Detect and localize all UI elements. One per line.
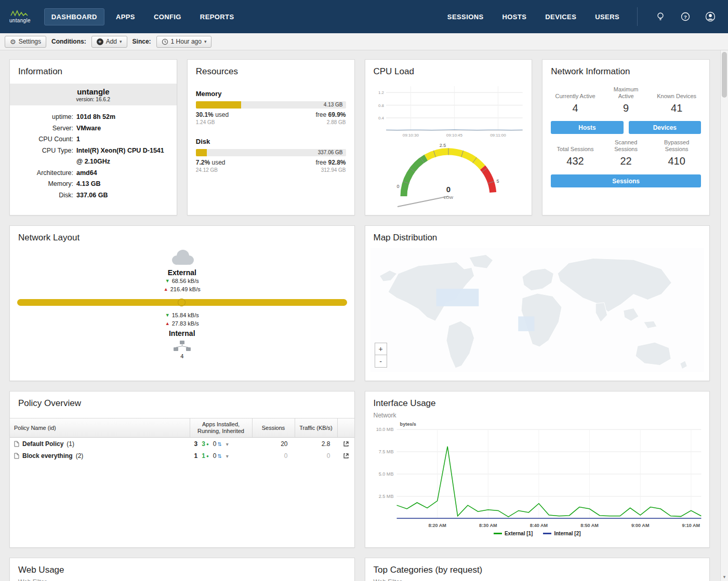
memory-total: 4.13 GB [324, 102, 343, 107]
web-usage-card: Web Usage Web Filter [9, 558, 355, 581]
policy-name-link[interactable]: Default Policy [22, 440, 63, 448]
information-title: Information [10, 60, 177, 80]
policy-row[interactable]: Default Policy (1) 3 3● 0⇅ ▾ 20 2.8 [10, 438, 354, 450]
info-row: Memory:4.13 GB [17, 179, 169, 190]
memory-free: free 69.9% 2.88 GB [315, 111, 346, 125]
add-condition-button[interactable]: + Add ▾ [91, 36, 127, 48]
top-categories-title: Top Categories (by request) [365, 558, 710, 578]
top-categories-card: Top Categories (by request) Web Filter [365, 558, 710, 581]
info-row: Server:VMware [17, 123, 169, 134]
stat-known-devices: Known Devices 41 [651, 86, 702, 114]
stat-maximum-active: Maximum Active 9 [601, 86, 652, 114]
gauge-mid-label: 2.5 [440, 143, 446, 148]
nav-users[interactable]: USERS [588, 8, 627, 25]
sessions-button[interactable]: Sessions [551, 174, 701, 187]
interface-node[interactable] [178, 299, 186, 306]
primary-nav: DASHBOARD APPS CONFIG REPORTS [44, 8, 242, 25]
info-row: CPU Count:1 [17, 134, 169, 145]
memory-label: Memory [196, 90, 346, 98]
scrollbar-thumb[interactable] [722, 52, 727, 98]
stat-bypassed-sessions: Bypassed Sessions 410 [651, 139, 702, 167]
scrollbar-down-arrow[interactable]: ▾ [721, 573, 728, 581]
svg-text:8:50 AM: 8:50 AM [580, 523, 598, 528]
gauge-green-zone [404, 158, 426, 197]
gauge-status: LOW [444, 195, 454, 200]
external-link-icon[interactable] [338, 440, 354, 448]
dashboard-content: Information untangle version: 16.6.2 upt… [0, 50, 720, 581]
zoom-in-button[interactable]: + [375, 343, 387, 355]
information-rows: uptime:101d 8h 52m Server:VMware CPU Cou… [10, 105, 177, 201]
memory-used: 30.1% used 1.24 GB [196, 111, 229, 125]
apps-inherited-count: 0⇅ [213, 440, 222, 448]
map-distribution-card: Map Distribution [365, 225, 710, 381]
svg-text:0.8: 0.8 [378, 103, 384, 108]
web-usage-title: Web Usage [10, 558, 354, 578]
svg-text:09:10:30: 09:10:30 [402, 133, 419, 138]
nav-apps[interactable]: APPS [109, 8, 142, 25]
policy-traffic-value: 2.8 [295, 439, 338, 449]
nav-dashboard[interactable]: DASHBOARD [44, 8, 104, 25]
devices-button[interactable]: Devices [629, 121, 701, 134]
upload-arrow-icon: ▲ [165, 319, 170, 328]
svg-text:8:20 AM: 8:20 AM [428, 523, 446, 528]
nav-sessions[interactable]: SESSIONS [440, 8, 491, 25]
cloud-icon [166, 248, 197, 267]
network-stats-top: Currently Active 4 Maximum Active 9 Know… [550, 86, 702, 114]
hosts-button[interactable]: Hosts [551, 121, 623, 134]
cpu-gauge: 0 2.5 5 0 LOW [365, 140, 532, 208]
nav-config[interactable]: CONFIG [147, 8, 189, 25]
server-name: untangle [12, 87, 175, 96]
column-apps: Apps Installed, Running, Inherited [190, 418, 253, 437]
settings-label: Settings [19, 38, 41, 45]
chevron-down-icon[interactable]: ▾ [226, 453, 229, 459]
svg-text:1.2: 1.2 [378, 90, 384, 95]
gauge-red-zone [483, 168, 493, 193]
updown-arrows-icon: ⇅ [217, 441, 221, 447]
settings-button[interactable]: ⚙ Settings [5, 36, 46, 48]
stat-scanned-sessions: Scanned Sessions 22 [601, 139, 652, 167]
untangle-logo[interactable]: untangle [9, 10, 31, 23]
legend-line-icon [494, 533, 502, 534]
apps-running-count: 1● [202, 452, 209, 460]
policy-row[interactable]: Block everything (2) 1 1● 0⇅ ▾ 0 0 [10, 450, 354, 462]
external-link-icon[interactable] [338, 452, 354, 460]
svg-text:?: ? [684, 14, 687, 20]
external-label: External [168, 268, 196, 277]
cpu-load-title: CPU Load [365, 60, 532, 80]
nav-hosts[interactable]: HOSTS [495, 8, 534, 25]
server-version: version: 16.6.2 [12, 97, 175, 102]
since-label: Since: [133, 38, 151, 45]
apps-installed-count: 1 [194, 452, 198, 460]
zoom-out-button[interactable]: - [375, 355, 387, 368]
info-row: Architecture:amd64 [17, 168, 169, 179]
cpu-load-plot: 0.40.81.209:10:3009:10:4509:11:00 [370, 81, 527, 139]
chevron-down-icon[interactable]: ▾ [226, 441, 229, 447]
map-distribution-title: Map Distribution [365, 226, 710, 246]
svg-text:bytes/s: bytes/s [400, 422, 416, 427]
lightbulb-icon[interactable] [650, 12, 671, 21]
disk-bar-fill [196, 149, 207, 156]
account-icon[interactable] [700, 11, 721, 22]
disk-bar: 337.06 GB [196, 149, 346, 156]
nav-separator [637, 7, 638, 26]
world-map[interactable] [370, 248, 705, 372]
map-highlight-region [436, 289, 479, 306]
policy-name-link[interactable]: Block everything [22, 452, 73, 460]
nav-reports[interactable]: REPORTS [193, 8, 242, 25]
column-policy-name: Policy Name (id) [10, 418, 190, 437]
svg-text:2.5 MB: 2.5 MB [378, 494, 393, 499]
information-card: Information untangle version: 16.6.2 upt… [9, 59, 177, 215]
internal-upload-rate: ▲ 27.83 kB/s [165, 319, 199, 328]
page-scrollbar[interactable]: ▾ [720, 50, 728, 581]
download-arrow-icon: ▼ [165, 311, 170, 319]
svg-text:5.0 MB: 5.0 MB [378, 471, 393, 477]
map-zoom-controls: + - [375, 343, 387, 368]
help-icon[interactable]: ? [675, 12, 696, 21]
nav-devices[interactable]: DEVICES [538, 8, 584, 25]
conditions-label: Conditions: [51, 38, 86, 45]
svg-text:8:40 AM: 8:40 AM [530, 523, 547, 528]
logo-squiggle-icon [10, 10, 29, 17]
network-layout-card: Network Layout External ▼ 68.56 kB/s [9, 225, 355, 381]
map-highlight-region [518, 316, 534, 331]
since-select[interactable]: 1 Hour ago ▾ [156, 36, 212, 48]
